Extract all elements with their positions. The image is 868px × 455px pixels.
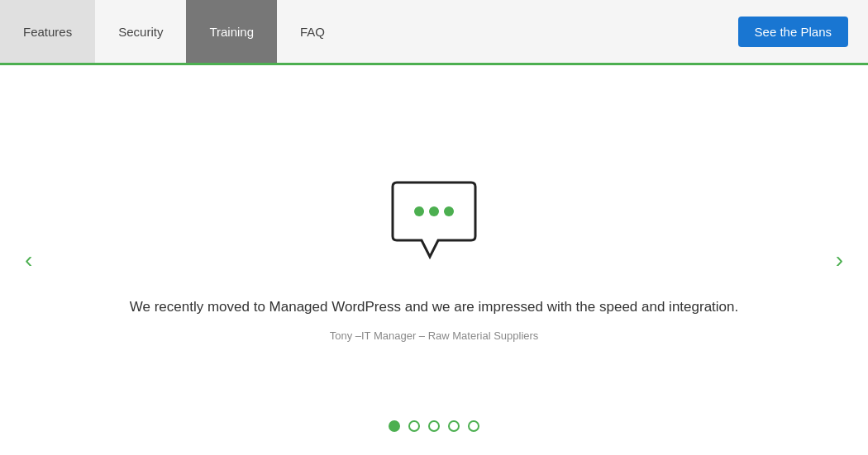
dot-2[interactable] xyxy=(408,420,420,432)
see-plans-button[interactable]: See the Plans xyxy=(738,17,848,47)
prev-arrow-button[interactable]: ‹ xyxy=(25,247,32,273)
header-right: See the Plans xyxy=(738,0,868,63)
dot-1[interactable] xyxy=(389,420,400,432)
main-content: ‹ We recently moved to Managed WordPress… xyxy=(0,65,868,455)
next-arrow-button[interactable]: › xyxy=(836,247,843,273)
nav-item-training[interactable]: Training xyxy=(186,0,277,63)
header: Features Security Training FAQ See the P… xyxy=(0,0,868,65)
svg-point-1 xyxy=(429,206,439,216)
chat-bubble-icon xyxy=(384,178,484,273)
svg-point-2 xyxy=(444,206,454,216)
dot-3[interactable] xyxy=(428,420,440,432)
nav-item-security[interactable]: Security xyxy=(95,0,186,63)
svg-point-0 xyxy=(414,206,424,216)
nav: Features Security Training FAQ xyxy=(0,0,738,63)
testimonial-quote: We recently moved to Managed WordPress a… xyxy=(130,296,738,318)
nav-item-faq[interactable]: FAQ xyxy=(277,0,348,63)
dot-4[interactable] xyxy=(448,420,460,432)
carousel-dots xyxy=(389,420,479,432)
testimonial-author: Tony –IT Manager – Raw Material Supplier… xyxy=(330,329,539,342)
nav-item-features[interactable]: Features xyxy=(0,0,95,63)
dot-5[interactable] xyxy=(468,420,479,432)
